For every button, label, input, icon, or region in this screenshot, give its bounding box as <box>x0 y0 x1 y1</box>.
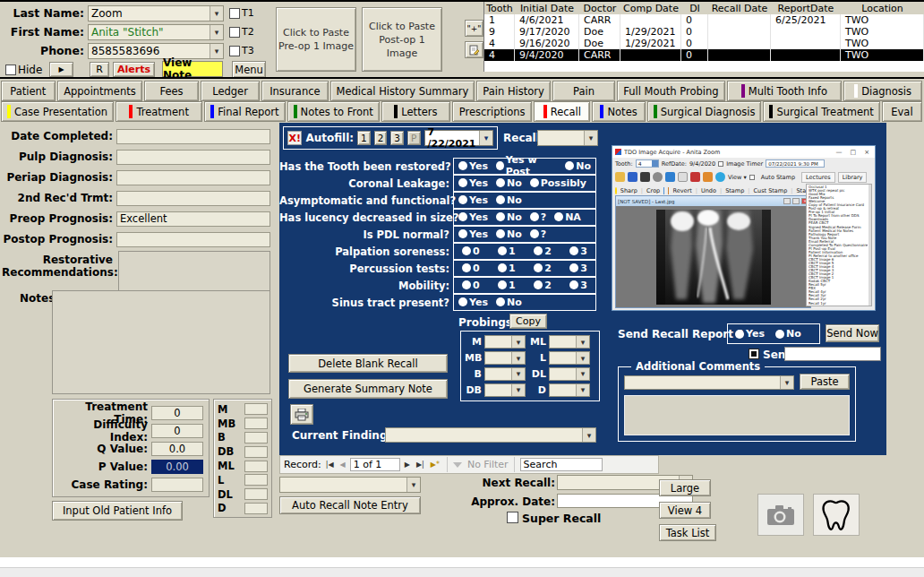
tab-multi-tooth-info[interactable]: Multi Tooth Info <box>727 81 843 101</box>
dropdown-arrow-icon[interactable] <box>576 336 589 348</box>
view-dropdown[interactable]: View ▾ <box>728 174 747 181</box>
probe-l-field[interactable] <box>244 474 268 486</box>
tab-surgical-treatment[interactable]: Surgical Treatment <box>763 101 879 122</box>
radio-option[interactable]: ? <box>530 211 546 223</box>
auto-stamp-checkbox[interactable] <box>749 175 755 180</box>
tab-notes[interactable]: Notes <box>592 101 645 122</box>
image-timer-checkbox[interactable] <box>718 161 723 167</box>
probe-db-field[interactable] <box>244 446 268 458</box>
probe-ml-field[interactable] <box>244 461 268 472</box>
radio-option[interactable]: No <box>565 160 591 172</box>
radio-option[interactable]: 2 <box>534 280 552 291</box>
print-icon[interactable] <box>640 172 650 182</box>
tab-diagnosis[interactable]: Diagnosis <box>843 81 922 101</box>
sent-date-field[interactable] <box>784 347 881 361</box>
flip-icon[interactable] <box>668 187 669 194</box>
autofill-p-button[interactable]: P <box>407 131 421 145</box>
second-recd-trmt-field[interactable] <box>116 191 270 206</box>
probing-d-combobox[interactable] <box>549 383 590 397</box>
menu-button[interactable]: Menu <box>232 61 266 78</box>
radio-option[interactable]: ? <box>530 228 546 240</box>
task-list-button[interactable]: Task List <box>659 524 716 541</box>
pulp-diagnosis-field[interactable] <box>116 150 270 165</box>
probing-mb-combobox[interactable] <box>484 351 526 365</box>
view-note-button[interactable]: View Note <box>162 61 223 77</box>
stamp-button[interactable]: Stamp <box>725 187 744 194</box>
t1-checkbox[interactable] <box>229 8 240 19</box>
tab-pain-history[interactable]: Pain History <box>476 81 551 101</box>
tooth-row-selected[interactable]: 49/4/2020CARR0TWO <box>484 49 924 61</box>
camera-button[interactable] <box>757 494 804 536</box>
add-tooth-button[interactable]: "+" <box>465 20 483 37</box>
tab-notes-to-front[interactable]: Notes to Front <box>287 101 380 122</box>
tab-recall[interactable]: Recall <box>534 101 590 122</box>
tab-insurance[interactable]: Insurance <box>261 81 328 101</box>
date-completed-field[interactable] <box>116 129 270 144</box>
tab-final-report[interactable]: Final Report <box>204 101 285 122</box>
radio-option[interactable]: 0 <box>462 245 480 257</box>
sharp-button[interactable]: Sharp <box>620 187 637 194</box>
q-value-field[interactable]: 0.0 <box>151 442 203 456</box>
recall-combobox[interactable] <box>537 130 598 146</box>
tab-patient[interactable]: Patient <box>1 81 56 101</box>
periap-diagnosis-field[interactable] <box>116 170 270 185</box>
view-4-button[interactable]: View 4 <box>659 502 711 519</box>
save-icon[interactable] <box>628 172 637 182</box>
radio-option[interactable]: Yes <box>458 194 488 206</box>
probing-dl-combobox[interactable] <box>549 367 590 381</box>
last-record-button[interactable]: ▶| <box>415 461 426 469</box>
dropdown-arrow-icon[interactable] <box>210 6 223 21</box>
tdo-tooth-combobox[interactable]: 4 <box>636 159 659 168</box>
autofill-2-button[interactable]: 2 <box>374 131 388 145</box>
first-record-button[interactable]: |◀ <box>324 461 336 469</box>
web-icon[interactable] <box>715 172 725 182</box>
export-folder-icon[interactable] <box>703 172 713 182</box>
tab-library[interactable]: Library <box>838 172 868 183</box>
generate-summary-note-button[interactable]: Generate Summary Note <box>288 379 448 399</box>
t2-checkbox[interactable] <box>229 27 240 38</box>
tdo-titlebar[interactable]: TDO Image Acquire - Anita Zoom — □ × <box>612 146 875 158</box>
r-button[interactable]: R <box>90 62 109 77</box>
radio-option[interactable]: Yes <box>458 177 488 189</box>
expand-button[interactable]: ▶ <box>49 62 73 77</box>
probing-l-combobox[interactable] <box>549 351 590 365</box>
radio-option[interactable]: 0 <box>462 280 480 291</box>
paste-preop-image-button[interactable]: Click to Paste Pre-op 1 Image <box>276 7 356 72</box>
dropdown-arrow-icon[interactable] <box>584 131 597 145</box>
undo-button[interactable]: Undo <box>701 187 716 194</box>
tab-prescriptions[interactable]: Prescriptions <box>452 101 532 122</box>
next-record-button[interactable]: ▶ <box>403 461 412 469</box>
maximize-button[interactable]: □ <box>848 149 860 156</box>
large-button[interactable]: Large <box>659 479 711 496</box>
inner-minimize-button[interactable] <box>783 198 791 204</box>
radio-option[interactable]: 3 <box>569 245 587 257</box>
dropdown-arrow-icon[interactable] <box>511 368 525 380</box>
radio-option[interactable]: 1 <box>498 263 516 274</box>
tab-full-mouth-probing[interactable]: Full Mouth Probing <box>617 81 724 101</box>
delete-blank-recall-button[interactable]: Delete Blank Recall <box>288 354 448 373</box>
comments-textarea[interactable] <box>624 395 850 435</box>
dropdown-arrow-icon[interactable] <box>479 131 492 145</box>
tab-case-presentation[interactable]: Case Presentation <box>1 101 114 122</box>
send-now-button[interactable]: Send Now <box>826 324 879 342</box>
tab-ledger[interactable]: Ledger <box>201 81 260 101</box>
dropdown-arrow-icon[interactable] <box>511 352 525 364</box>
cust-stamp-button[interactable]: Cust Stamp <box>754 187 788 194</box>
postop-prognosis-field[interactable] <box>116 232 270 247</box>
probe-mb-field[interactable] <box>244 418 268 429</box>
print-button[interactable] <box>290 404 313 425</box>
current-finding-combobox[interactable] <box>385 427 596 443</box>
radio-option[interactable]: Possibly <box>530 177 586 189</box>
crop-button[interactable]: Crop <box>646 187 660 194</box>
probe-b-field[interactable] <box>244 432 268 444</box>
tab-letters[interactable]: Letters <box>381 101 450 122</box>
alerts-button[interactable]: Alerts <box>113 62 155 77</box>
probe-dl-field[interactable] <box>244 488 268 500</box>
close-button[interactable]: × <box>861 149 872 156</box>
t3-checkbox[interactable] <box>229 46 240 56</box>
notes-textarea[interactable] <box>52 290 270 394</box>
radio-option[interactable]: No <box>496 297 522 308</box>
no-filter-button[interactable]: No Filter <box>467 459 509 470</box>
tooth-row[interactable]: 49/16/2020Doe1/29/20210TWO <box>484 38 924 49</box>
tab-lectures[interactable]: Lectures <box>801 172 835 183</box>
